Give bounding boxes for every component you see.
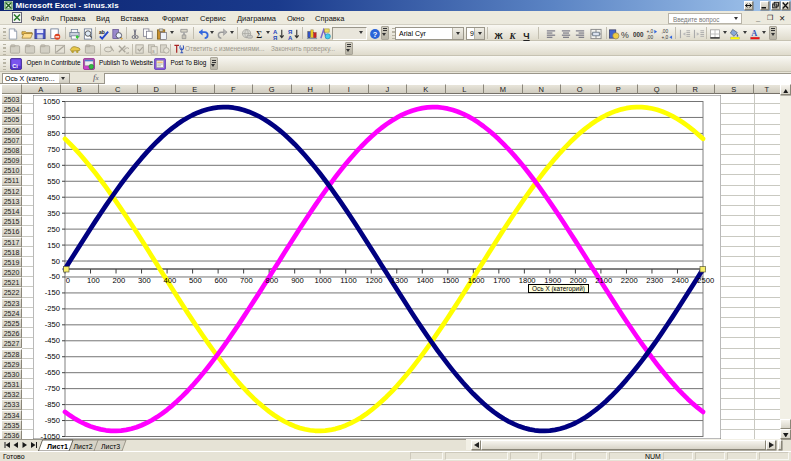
svg-text:2400: 2400 <box>672 276 689 285</box>
svg-text:350: 350 <box>47 209 60 218</box>
svg-text:Лист3: Лист3 <box>101 442 120 449</box>
svg-text:450: 450 <box>47 193 60 202</box>
svg-text:300: 300 <box>138 276 151 285</box>
svg-text:-650: -650 <box>45 368 60 377</box>
svg-text:Лист2: Лист2 <box>74 442 93 449</box>
svg-text:1300: 1300 <box>391 276 408 285</box>
svg-text:2300: 2300 <box>646 276 663 285</box>
svg-text:750: 750 <box>47 145 60 154</box>
svg-text:ab: ab <box>98 28 104 34</box>
svg-text:850: 850 <box>47 129 60 138</box>
svg-text:100: 100 <box>87 276 100 285</box>
svg-text:-950: -950 <box>45 416 60 425</box>
svg-text:-750: -750 <box>45 384 60 393</box>
svg-text:1500: 1500 <box>442 276 459 285</box>
svg-text:2200: 2200 <box>621 276 638 285</box>
svg-text:1600: 1600 <box>468 276 485 285</box>
svg-text:500: 500 <box>189 276 202 285</box>
svg-text:Ci: Ci <box>12 63 18 69</box>
svg-text:900: 900 <box>291 276 304 285</box>
svg-text:1000: 1000 <box>315 276 332 285</box>
svg-text:1400: 1400 <box>417 276 434 285</box>
svg-text:-250: -250 <box>45 304 60 313</box>
svg-text:1200: 1200 <box>366 276 383 285</box>
svg-text:%: % <box>621 29 629 39</box>
svg-text:50: 50 <box>52 257 60 266</box>
svg-text:950: 950 <box>47 113 60 122</box>
svg-text:,00: ,00 <box>661 29 668 34</box>
svg-text:-350: -350 <box>45 320 60 329</box>
svg-text:150: 150 <box>47 241 60 250</box>
svg-text:600: 600 <box>215 276 228 285</box>
svg-text:-50: -50 <box>49 272 60 281</box>
svg-text:-550: -550 <box>45 352 60 361</box>
svg-text:000: 000 <box>633 30 644 37</box>
svg-text:?: ? <box>373 29 378 38</box>
svg-text:1100: 1100 <box>340 276 356 285</box>
svg-text:400: 400 <box>164 276 177 285</box>
svg-text:700: 700 <box>240 276 253 285</box>
svg-text:250: 250 <box>47 225 60 234</box>
svg-text:1050: 1050 <box>43 97 60 106</box>
svg-text:2100: 2100 <box>595 276 612 285</box>
svg-text:Лист1: Лист1 <box>47 441 68 450</box>
svg-text:800: 800 <box>266 276 279 285</box>
svg-text:550: 550 <box>47 177 60 186</box>
svg-text:+,0: +,0 <box>661 35 668 40</box>
svg-text:Σ: Σ <box>256 29 262 40</box>
svg-text:А: А <box>288 34 293 39</box>
svg-text:Я: Я <box>273 34 277 39</box>
svg-text:0: 0 <box>66 276 70 285</box>
svg-text:-450: -450 <box>45 336 60 345</box>
svg-text:a: a <box>152 48 155 53</box>
svg-text:-150: -150 <box>45 288 60 297</box>
svg-text:650: 650 <box>47 161 60 170</box>
svg-text:-850: -850 <box>45 400 60 409</box>
svg-text:1700: 1700 <box>493 276 510 285</box>
svg-text:+,0: +,0 <box>646 29 653 34</box>
svg-text:200: 200 <box>113 276 126 285</box>
svg-text:2500: 2500 <box>697 276 714 285</box>
svg-text:,00: ,00 <box>646 35 653 40</box>
